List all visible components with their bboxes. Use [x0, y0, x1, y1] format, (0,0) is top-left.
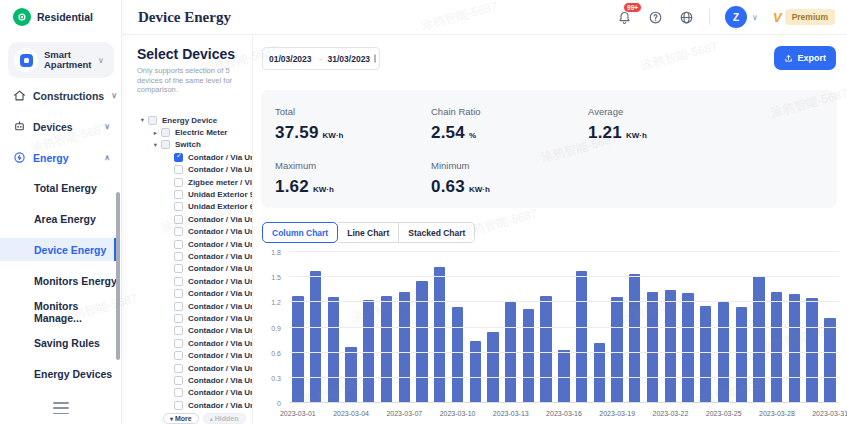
- bar-slot: [342, 252, 360, 403]
- tree-row[interactable]: Contador / Via Univ: [122, 362, 252, 374]
- checkbox[interactable]: [174, 240, 183, 249]
- tree-row[interactable]: Contador / Via Univ: [122, 275, 252, 287]
- tree-row[interactable]: Contador / Via Univ: [122, 151, 252, 163]
- tree-row[interactable]: Contador / Via Univ: [122, 238, 252, 250]
- checkbox[interactable]: [174, 165, 183, 174]
- submenu-item-total-energy[interactable]: Total Energy: [0, 172, 122, 203]
- checkbox[interactable]: [174, 252, 183, 261]
- sidebar-item-devices[interactable]: Devices∨: [0, 111, 122, 142]
- tree-node-label: Contador / Via Univ: [188, 252, 252, 261]
- tree-row[interactable]: Contador / Via Univ: [122, 213, 252, 225]
- submenu-item-monitors-manage-[interactable]: Monitors Manage...: [0, 296, 122, 327]
- tree-row[interactable]: ▾Switch: [122, 139, 252, 151]
- tree-row[interactable]: Unidad Exterior 9 / ': [122, 188, 252, 200]
- account-menu[interactable]: Z ∨: [725, 6, 758, 28]
- space-selector[interactable]: Smart Apartment ∨: [8, 42, 114, 78]
- caret-expanded-icon[interactable]: ▾: [137, 116, 148, 124]
- bar-slot: [750, 252, 768, 403]
- globe-icon[interactable]: [678, 9, 694, 25]
- notification-bell-icon[interactable]: 99+: [616, 9, 632, 25]
- submenu-item-device-energy[interactable]: Device Energy: [0, 234, 122, 265]
- stat-value: 1.62: [275, 177, 309, 197]
- tree-row[interactable]: Contador / Via Univ: [122, 349, 252, 361]
- more-button[interactable]: ▾More: [163, 413, 199, 424]
- tree-row[interactable]: Contador / Via Univ: [122, 325, 252, 337]
- tree-node-label: Contador / Via Univ: [188, 165, 252, 174]
- checkbox[interactable]: [174, 215, 183, 224]
- checkbox[interactable]: [174, 326, 183, 335]
- tree-row[interactable]: Contador / Via Univ: [122, 263, 252, 275]
- checkbox[interactable]: [174, 401, 183, 410]
- tree-row[interactable]: Contador / Via Univ: [122, 300, 252, 312]
- checkbox[interactable]: [174, 190, 183, 199]
- hidden-button[interactable]: ▴Hidden: [203, 413, 246, 424]
- device-select-panel: Select Devices Only supports selection o…: [122, 35, 253, 424]
- sidebar-collapse-button[interactable]: [53, 402, 69, 414]
- checkbox-checked[interactable]: [174, 153, 183, 162]
- bar-slot: [466, 252, 484, 403]
- checkbox[interactable]: [161, 140, 170, 149]
- checkbox[interactable]: [174, 314, 183, 323]
- bar-slot: [520, 252, 538, 403]
- tab-stacked-chart[interactable]: Stacked Chart: [399, 222, 475, 243]
- gridline: [289, 402, 839, 403]
- bar-slot: [484, 252, 502, 403]
- tree-row[interactable]: Contador / Via Univ: [122, 374, 252, 386]
- submenu-item-area-energy[interactable]: Area Energy: [0, 203, 122, 234]
- premium-badge[interactable]: V Premium: [773, 9, 835, 25]
- sidebar-item-energy[interactable]: Energy∧: [0, 142, 122, 173]
- checkbox[interactable]: [161, 128, 170, 137]
- submenu-item-energy-devices[interactable]: Energy Devices: [0, 358, 122, 389]
- tree-row[interactable]: Zigbee meter / Via U: [122, 176, 252, 188]
- tree-row[interactable]: Contador / Via Univ: [122, 312, 252, 324]
- tree-row[interactable]: Contador / Via Univ: [122, 226, 252, 238]
- bar-2023-03-23: [682, 293, 693, 403]
- tree-row[interactable]: ▸Electric Meter: [122, 126, 252, 138]
- checkbox[interactable]: [174, 302, 183, 311]
- checkbox[interactable]: [174, 227, 183, 236]
- date-range-picker[interactable]: 01/03/2023 → 31/03/2023: [262, 47, 380, 70]
- checkbox[interactable]: [174, 388, 183, 397]
- tree-row[interactable]: Contador / Via Univ: [122, 399, 252, 411]
- bar-slot: [697, 252, 715, 403]
- tree-row[interactable]: Contador / Via Univ: [122, 337, 252, 349]
- tree-row[interactable]: ▾Energy Device: [122, 114, 252, 126]
- tab-column-chart[interactable]: Column Chart: [262, 222, 338, 243]
- tree-row[interactable]: Unidad Exterior 6 / ': [122, 201, 252, 213]
- checkbox[interactable]: [174, 264, 183, 273]
- tree-node-label: Unidad Exterior 6 / ': [188, 202, 252, 211]
- submenu-item-saving-rules[interactable]: Saving Rules: [0, 327, 122, 358]
- checkbox[interactable]: [174, 178, 183, 187]
- stat-chain-ratio: Chain Ratio2.54%: [431, 106, 481, 143]
- sidebar-scrollbar[interactable]: [116, 192, 120, 360]
- tree-row[interactable]: Contador / Via Univ: [122, 250, 252, 262]
- caret-collapsed-icon[interactable]: ▸: [150, 129, 161, 137]
- bar-slot: [555, 252, 573, 403]
- header-divider: [709, 9, 710, 25]
- page-title: Device Energy: [138, 9, 231, 26]
- date-to: 31/03/2023: [328, 54, 371, 64]
- bar-slot: [732, 252, 750, 403]
- tree-row[interactable]: Contador / Via Univ: [122, 287, 252, 299]
- gridline: [289, 377, 839, 378]
- checkbox[interactable]: [174, 376, 183, 385]
- help-icon[interactable]: [647, 9, 663, 25]
- checkbox[interactable]: [174, 277, 183, 286]
- tree-row[interactable]: Contador / Via Univ: [122, 387, 252, 399]
- checkbox[interactable]: [174, 202, 183, 211]
- checkbox[interactable]: [174, 289, 183, 298]
- tab-line-chart[interactable]: Line Chart: [338, 222, 399, 243]
- gridline: [289, 301, 839, 302]
- checkbox[interactable]: [148, 116, 157, 125]
- checkbox[interactable]: [174, 351, 183, 360]
- sidebar-item-constructions[interactable]: Constructions∨: [0, 80, 122, 111]
- x-tick-label: 2023-03-25: [706, 410, 742, 417]
- submenu-item-monitors-energy[interactable]: Monitors Energy: [0, 265, 122, 296]
- caret-expanded-icon[interactable]: ▾: [150, 141, 161, 149]
- checkbox[interactable]: [174, 339, 183, 348]
- bar-slot: [644, 252, 662, 403]
- export-button[interactable]: Export: [774, 46, 836, 70]
- checkbox[interactable]: [174, 364, 183, 373]
- tree-row[interactable]: Contador / Via Univ: [122, 164, 252, 176]
- top-header: Device Energy 99+ Z ∨: [122, 0, 847, 35]
